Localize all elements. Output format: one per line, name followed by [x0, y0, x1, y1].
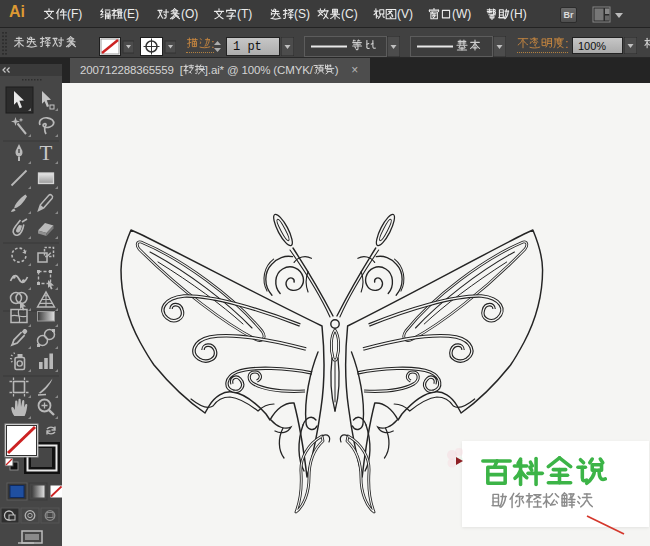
svg-text:T: T	[40, 141, 53, 165]
